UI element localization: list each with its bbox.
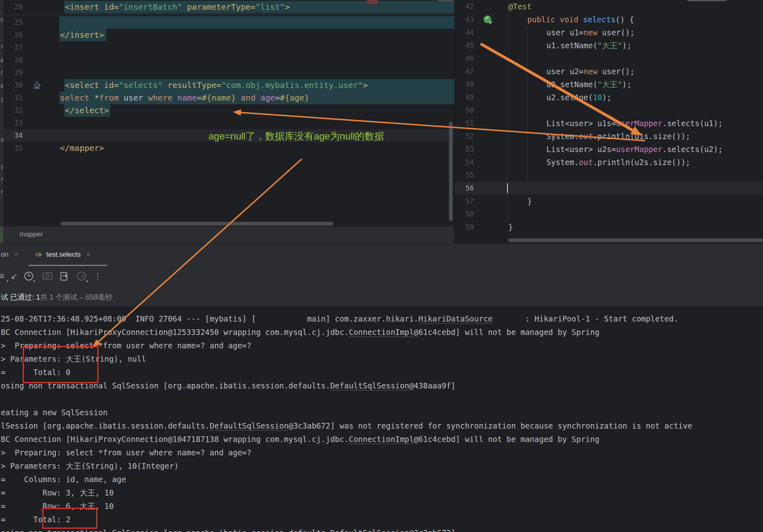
line-number[interactable]: 35 xyxy=(3,142,23,154)
code-line[interactable]: System.out.println(u1s.size()); xyxy=(546,130,690,143)
code-line[interactable]: System.out.println(u2s.size()); xyxy=(546,156,690,169)
sort-partial-icon[interactable]: ≡ xyxy=(0,271,7,281)
tree-text-fragment: r xyxy=(0,43,3,50)
line-number[interactable]: 28 xyxy=(3,54,23,66)
code-line[interactable]: List<user> u2s=userMapper.selects(u2); xyxy=(546,143,723,156)
console-line: > Parameters: 大王(String), 10(Integer) xyxy=(1,459,178,473)
line-number[interactable]: 20 xyxy=(3,1,23,13)
xml-vertical-scrollbar[interactable] xyxy=(449,122,453,221)
console-line: 25-08-26T17:36:48.925+08:00 INFO 27064 -… xyxy=(1,312,678,326)
more-kebab-icon[interactable]: ⋮ xyxy=(92,271,103,281)
red-highlight-box xyxy=(42,508,97,529)
editor-splitter[interactable] xyxy=(454,0,455,243)
tree-text-fragment: r xyxy=(0,189,3,196)
test-status-text: 试 已通过: 1共 1 个测试 – 658毫秒 xyxy=(1,292,112,302)
line-number[interactable]: 43 xyxy=(455,13,474,26)
line-number[interactable]: 33 xyxy=(3,117,23,129)
line-number[interactable]: 32 xyxy=(3,104,23,117)
console-class-link[interactable]: DefaultSqlSession xyxy=(330,528,409,532)
line-number[interactable]: 47 xyxy=(455,65,474,78)
test-diamond-icon xyxy=(35,252,42,257)
line-number[interactable]: 58 xyxy=(455,208,474,221)
code-line[interactable]: u1.setName("大王"); xyxy=(546,39,632,52)
line-number[interactable]: 52 xyxy=(455,130,474,143)
line-number[interactable]: 48 xyxy=(455,78,474,91)
line-number[interactable]: 26 xyxy=(3,29,23,41)
console-class-link[interactable]: ConnectionImpl xyxy=(349,328,414,337)
line-number[interactable]: 45 xyxy=(455,39,474,52)
console-class-link[interactable]: DefaultSqlSession xyxy=(210,421,288,431)
test-status-bar: 试 已通过: 1共 1 个测试 – 658毫秒 xyxy=(0,288,763,307)
indent-guide xyxy=(527,26,527,182)
breadcrumb-mapper[interactable]: mapper xyxy=(19,230,43,238)
code-line[interactable]: u2.setName("大王"); xyxy=(546,78,632,91)
code-line[interactable]: List<user> u1s=userMapper.selects(u1); xyxy=(546,117,723,130)
line-number[interactable]: 46 xyxy=(455,52,474,65)
console-line: = Row: 3, 大王, 10 xyxy=(1,486,114,500)
close-icon[interactable]: × xyxy=(14,251,18,259)
code-line[interactable]: <select id="selects" resultType="com.obj… xyxy=(65,79,368,92)
tab-label: test.selects xyxy=(46,251,81,259)
toolbar-separator xyxy=(37,271,38,281)
line-number[interactable]: 49 xyxy=(455,91,474,104)
console-line: BC Connection [HikariProxyConnection@104… xyxy=(1,433,600,446)
folded-region-separator[interactable] xyxy=(3,15,454,15)
import-test-result-icon[interactable]: ↙ xyxy=(9,271,19,281)
code-line[interactable]: <insert id="insertBatch" parameterType="… xyxy=(65,1,290,13)
tab-fragment xyxy=(438,0,454,2)
run-panel-tab-bar: on × test.selects × xyxy=(0,243,763,266)
ide-window: { "colors":{"editor_bg":"#1e1f22","panel… xyxy=(0,0,763,532)
console-output[interactable]: 25-08-26T17:36:48.925+08:00 INFO 27064 -… xyxy=(0,307,763,532)
top-scroll-fragment xyxy=(688,0,726,1)
console-class-link[interactable]: HikariDataSource xyxy=(419,314,493,324)
code-line[interactable]: </insert> xyxy=(60,29,104,41)
error-stripe-fragment xyxy=(367,0,378,4)
line-number[interactable]: 59 xyxy=(455,221,474,234)
annotation-arrow xyxy=(233,109,241,116)
line-number[interactable]: 55 xyxy=(455,169,474,182)
tree-text-fragment: r xyxy=(0,176,3,183)
code-line[interactable]: u2.setAge(10); xyxy=(546,91,611,104)
tab-test-selects[interactable]: test.selects × xyxy=(35,244,90,265)
console-class-link[interactable]: DefaultSqlSession xyxy=(330,381,409,390)
java-horizontal-scrollbar[interactable] xyxy=(508,238,763,242)
line-number[interactable]: 31 xyxy=(3,92,23,104)
close-icon[interactable]: × xyxy=(86,251,90,259)
line-number[interactable]: 50 xyxy=(455,104,474,117)
annotation-note: age=null了，数据库没有age为null的数据 xyxy=(208,130,384,143)
console-class-link[interactable]: ConnectionImpl xyxy=(349,435,414,444)
java-cup-icon xyxy=(33,81,41,91)
screenshot-camera-icon[interactable] xyxy=(42,271,53,281)
code-line[interactable]: } xyxy=(527,195,532,208)
xml-horizontal-scrollbar[interactable] xyxy=(61,222,333,225)
test-history-clock-icon[interactable] xyxy=(24,271,34,281)
code-line[interactable]: </mapper> xyxy=(60,142,104,154)
line-number[interactable]: 51 xyxy=(455,117,474,130)
code-line[interactable]: @Test xyxy=(508,0,531,13)
code-line[interactable]: select *from user where name=#{name} and… xyxy=(60,92,309,104)
line-number[interactable]: 42 xyxy=(455,0,474,13)
tab-version[interactable]: on × xyxy=(1,244,18,265)
line-number[interactable]: 53 xyxy=(455,143,474,156)
tree-text-fragment: is xyxy=(0,97,3,104)
code-line[interactable]: user u1=new user(); xyxy=(546,26,634,39)
coverage-gauge-icon[interactable] xyxy=(76,271,87,281)
line-number[interactable]: 27 xyxy=(3,41,23,54)
line-number[interactable]: 29 xyxy=(3,66,23,79)
code-line[interactable]: user u2=new user(); xyxy=(546,65,634,78)
line-number[interactable]: 25 xyxy=(3,16,23,29)
line-number[interactable]: 44 xyxy=(455,26,474,39)
code-line[interactable]: } xyxy=(508,221,513,234)
tree-text-fragment: s xyxy=(0,163,3,171)
export-test-results-icon[interactable] xyxy=(59,271,70,281)
line-number[interactable]: 57 xyxy=(455,195,474,208)
code-line[interactable]: </select> xyxy=(65,104,109,117)
line-number[interactable]: 54 xyxy=(455,156,474,169)
line-number[interactable]: 56 xyxy=(455,182,474,195)
console-line: BC Connection [HikariProxyConnection@125… xyxy=(1,326,600,339)
breadcrumb-bar: mapper xyxy=(3,226,454,244)
run-test-icon[interactable]: ✓ xyxy=(484,15,491,23)
line-number[interactable]: 30 xyxy=(3,79,23,92)
code-line[interactable]: public void selects() { xyxy=(527,13,634,26)
line-number[interactable]: 34 xyxy=(3,129,23,142)
